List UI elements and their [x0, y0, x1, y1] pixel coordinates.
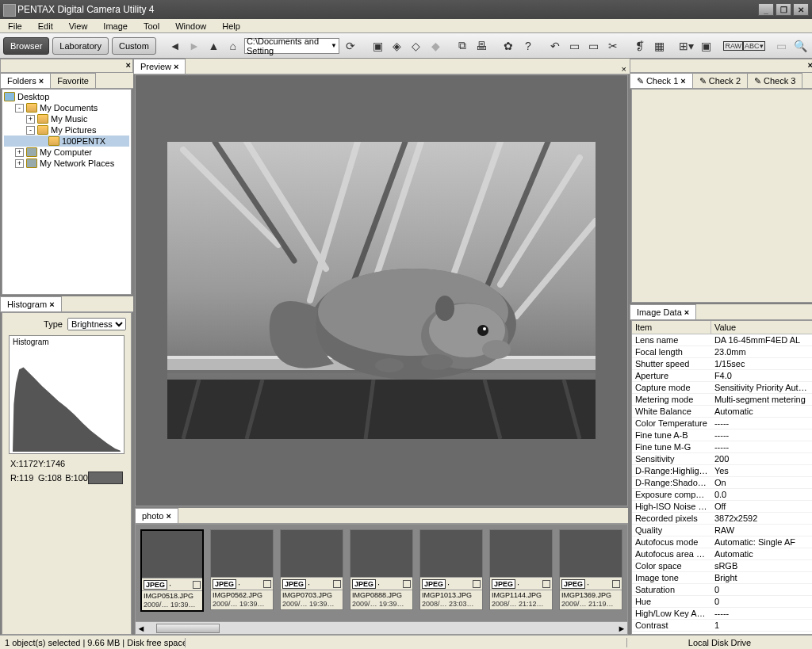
tab-check-3[interactable]: ✎Check 3 [747, 73, 802, 88]
close-button[interactable]: ✕ [793, 3, 809, 16]
thumbnail[interactable]: JPEG· IMGP0703.JPG 2009/… 19:39… [280, 529, 343, 610]
print-icon[interactable]: 🖶 [473, 37, 489, 55]
image-data-row[interactable]: High-ISO Noise Redu…Off [632, 501, 812, 513]
menu-tool[interactable]: Tool [139, 21, 164, 32]
menu-image[interactable]: Image [98, 21, 132, 32]
image-data-row[interactable]: High/Low Key Adjust…----- [632, 608, 812, 620]
scroll-thumb[interactable] [156, 624, 220, 633]
menu-window[interactable]: Window [170, 21, 211, 32]
tab-check1-close-icon[interactable]: × [680, 76, 685, 86]
image-data-row[interactable]: Sensitivity200 [632, 453, 812, 465]
tab-favorite[interactable]: Favorite [50, 73, 96, 88]
tab-image-data-close-icon[interactable]: × [684, 307, 689, 317]
diamond-icon[interactable]: ◆ [427, 37, 443, 55]
home-icon[interactable]: ⌂ [225, 37, 241, 55]
thumbnail[interactable]: JPEG· IMGP0562.JPG 2009/… 19:39… [210, 529, 274, 610]
image-data-row[interactable]: D-Range:Highlight Co…Yes [632, 465, 812, 477]
image-data-row[interactable]: Metering modeMulti-segment metering [632, 394, 812, 406]
mode-custom[interactable]: Custom [112, 37, 156, 55]
zoom-icon[interactable]: 🔍 [793, 37, 809, 55]
menu-file[interactable]: File [3, 21, 27, 32]
preview-area[interactable] [135, 74, 628, 506]
back-icon[interactable]: ◄ [167, 37, 182, 55]
collapse-icon[interactable]: - [15, 104, 24, 113]
thumbnail-scrollbar[interactable]: ◄ ► [135, 622, 628, 635]
image-data-row[interactable]: White BalanceAutomatic [632, 406, 812, 418]
copy-icon[interactable]: ⧉ [454, 37, 470, 55]
image-data-row[interactable]: Contrast Highlight Ad…----- [632, 632, 812, 634]
image-data-col-value[interactable]: Value [711, 321, 812, 334]
tab-preview[interactable]: Preview× [133, 59, 186, 74]
image-data-row[interactable]: Color Temperature----- [632, 418, 812, 429]
tab-check-1[interactable]: ✎Check 1× [630, 73, 693, 88]
thumbs-icon[interactable]: ⊞▾ [678, 37, 695, 55]
thumb-checkbox[interactable] [542, 580, 550, 588]
save-icon[interactable]: ▣ [370, 37, 385, 55]
thumbnail[interactable]: JPEG· IMGP1144.JPG 2008/… 21:12… [489, 529, 553, 610]
image-data-row[interactable]: Image toneBright [632, 572, 812, 584]
collapse-icon[interactable]: - [26, 126, 35, 135]
image-data-row[interactable]: Fine tune M-G----- [632, 441, 812, 453]
page1-icon[interactable]: ▭ [566, 37, 582, 55]
help-icon[interactable]: ? [520, 37, 536, 55]
tree-my-documents[interactable]: -My Documents [4, 102, 129, 113]
tree-100pentx[interactable]: 100PENTX [4, 136, 129, 147]
mode-laboratory[interactable]: Laboratory [52, 37, 109, 55]
histogram-type-select[interactable]: Brightness [67, 318, 126, 330]
display-icon[interactable]: ▭ [773, 37, 789, 55]
image-data-row[interactable]: D-Range:Shadow Co…On [632, 477, 812, 489]
image-data-row[interactable]: Shutter speed1/15sec [632, 358, 812, 370]
image-data-row[interactable]: Saturation0 [632, 584, 812, 596]
tree-my-computer[interactable]: +My Computer [4, 147, 129, 158]
fit-icon[interactable]: ▣ [698, 37, 714, 55]
tab-histogram-close-icon[interactable]: × [49, 300, 54, 309]
right-panel-close-icon[interactable]: × [807, 60, 812, 70]
rotate-right-icon[interactable]: ◇ [408, 37, 424, 55]
image-data-col-item[interactable]: Item [632, 321, 711, 334]
minimize-button[interactable]: _ [758, 3, 774, 16]
forward-icon[interactable]: ► [186, 37, 202, 55]
left-panel-close-icon[interactable]: × [125, 60, 130, 70]
gear-icon[interactable]: ✿ [500, 37, 516, 55]
maximize-button[interactable]: ❐ [776, 3, 791, 16]
image-data-row[interactable]: Exposure compensation0.0 [632, 489, 812, 501]
grid-icon[interactable]: ▦ [651, 37, 667, 55]
tree-my-network[interactable]: +My Network Places [4, 158, 129, 169]
tab-photo-close-icon[interactable]: × [166, 511, 170, 521]
image-data-rows[interactable]: Lens nameDA 16-45mmF4ED ALFocal length23… [632, 334, 812, 634]
tab-preview-close-icon[interactable]: × [174, 62, 178, 71]
menu-edit[interactable]: Edit [33, 21, 58, 32]
thumb-checkbox[interactable] [193, 581, 201, 589]
image-data-row[interactable]: Autofocus modeAutomatic: Single AF [632, 536, 812, 548]
tab-photo[interactable]: photo× [135, 508, 178, 523]
tree-my-pictures[interactable]: -My Pictures [4, 124, 129, 136]
thumbnail[interactable]: JPEG· IMGP0888.JPG 2009/… 19:39… [350, 529, 413, 610]
tree-my-music[interactable]: +My Music [4, 113, 129, 124]
tab-check-2[interactable]: ✎Check 2 [692, 73, 748, 88]
mode-browser[interactable]: Browser [3, 37, 49, 55]
scroll-left-icon[interactable]: ◄ [136, 624, 147, 633]
up-icon[interactable]: ▲ [205, 37, 221, 55]
image-data-row[interactable]: Hue0 [632, 596, 812, 608]
tab-image-data[interactable]: Image Data× [630, 304, 696, 319]
thumbnail[interactable]: JPEG· IMGP1369.JPG 2009/… 21:19… [559, 529, 622, 610]
raw-icon[interactable]: RAW [725, 37, 742, 55]
image-data-row[interactable]: ApertureF4.0 [632, 370, 812, 382]
bookmark-icon[interactable]: ❡ [632, 37, 648, 55]
menu-help[interactable]: Help [217, 21, 245, 32]
image-data-row[interactable]: Fine tune A-B----- [632, 429, 812, 441]
tab-histogram[interactable]: Histogram× [0, 296, 62, 311]
tree-desktop[interactable]: Desktop [4, 91, 129, 102]
image-data-row[interactable]: Recorded pixels3872x2592 [632, 513, 812, 525]
abc-icon[interactable]: ABC▾ [745, 37, 763, 55]
expand-icon[interactable]: + [15, 159, 24, 168]
tab-folders-close-icon[interactable]: × [39, 76, 44, 86]
address-combo[interactable]: C:\Documents and Setting▼ [244, 38, 339, 54]
tab-folders[interactable]: Folders× [0, 73, 51, 88]
image-data-row[interactable]: Autofocus area modeAutomatic [632, 548, 812, 560]
image-data-row[interactable]: Contrast1 [632, 620, 812, 632]
refresh-icon[interactable]: ⟳ [343, 37, 358, 55]
thumbnail[interactable]: JPEG· IMGP0518.JPG 2009/… 19:39… [140, 529, 204, 612]
expand-icon[interactable]: + [15, 148, 24, 157]
thumbnail-area[interactable]: JPEG· IMGP0518.JPG 2009/… 19:39… JPEG· I… [135, 524, 628, 622]
